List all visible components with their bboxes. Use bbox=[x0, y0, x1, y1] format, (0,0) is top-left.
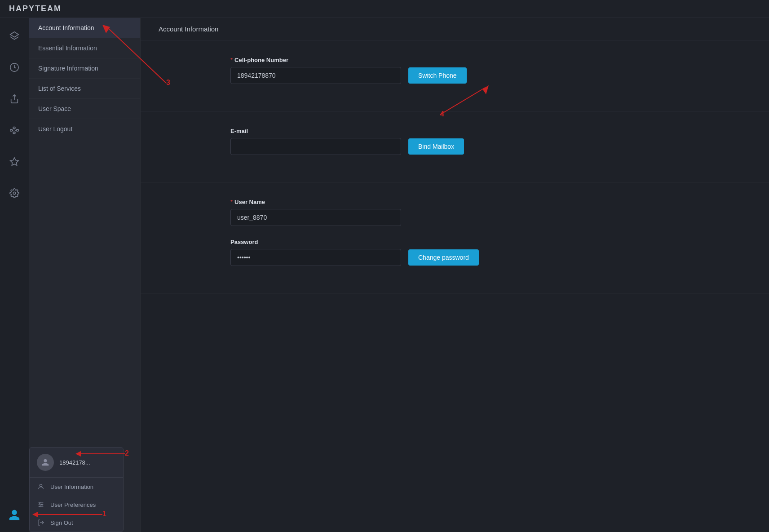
field-group-phone: * Cell-phone Number Switch Phone bbox=[230, 57, 724, 84]
content-body: * Cell-phone Number Switch Phone E-mail bbox=[141, 40, 769, 532]
user-popup: 18942178... User Information bbox=[29, 447, 124, 532]
sidebar-icon-star[interactable] bbox=[5, 153, 23, 171]
door-icon bbox=[37, 519, 45, 526]
field-group-username: * User Name bbox=[230, 199, 724, 226]
nav-item-signature-information[interactable]: Signature Information bbox=[29, 58, 140, 79]
popup-menu-user-preferences[interactable]: User Preferences bbox=[30, 496, 123, 514]
switch-phone-button[interactable]: Switch Phone bbox=[408, 67, 467, 84]
section-phone: * Cell-phone Number Switch Phone bbox=[141, 40, 769, 111]
nav-sidebar: Account Information Essential Informatio… bbox=[29, 18, 141, 532]
field-row-username bbox=[230, 209, 724, 226]
svg-rect-4 bbox=[13, 127, 15, 129]
user-phone: 18942178... bbox=[59, 459, 90, 466]
svg-rect-6 bbox=[17, 129, 19, 131]
field-row-email: Bind Mailbox bbox=[230, 138, 724, 155]
nav-item-account-information[interactable]: Account Information bbox=[29, 18, 140, 38]
field-row-phone: Switch Phone bbox=[230, 67, 724, 84]
main-layout: Account Information Essential Informatio… bbox=[0, 18, 769, 532]
field-row-password: Change password bbox=[230, 249, 724, 266]
svg-rect-3 bbox=[10, 129, 13, 131]
popup-menu-user-information[interactable]: User Information bbox=[30, 478, 123, 496]
user-popup-header: 18942178... bbox=[30, 448, 123, 478]
change-password-button[interactable]: Change password bbox=[408, 249, 479, 266]
nav-item-essential-information[interactable]: Essential Information bbox=[29, 38, 140, 58]
popup-menu-sign-out[interactable]: Sign Out bbox=[30, 514, 123, 532]
sidebar-icon-network[interactable] bbox=[5, 121, 23, 139]
svg-marker-11 bbox=[10, 158, 18, 165]
bind-mailbox-button[interactable]: Bind Mailbox bbox=[408, 138, 464, 155]
label-email: E-mail bbox=[230, 128, 724, 134]
required-marker-username: * bbox=[230, 199, 233, 205]
email-input[interactable] bbox=[230, 138, 401, 155]
icon-sidebar bbox=[0, 18, 29, 532]
label-cellphone: * Cell-phone Number bbox=[230, 57, 724, 63]
nav-item-user-logout[interactable]: User Logout bbox=[29, 119, 140, 139]
svg-point-19 bbox=[40, 506, 41, 507]
svg-point-18 bbox=[41, 504, 43, 505]
content-header: Account Information bbox=[141, 18, 769, 40]
user-avatar-button[interactable] bbox=[6, 507, 22, 523]
sidebar-icon-clock[interactable] bbox=[5, 58, 23, 76]
nav-item-list-of-services[interactable]: List of Services bbox=[29, 79, 140, 99]
sidebar-bottom bbox=[6, 507, 22, 523]
top-bar: HAPYTEAM bbox=[0, 0, 769, 18]
field-group-password: Password Change password bbox=[230, 239, 724, 266]
section-credentials: * User Name Password Change password bbox=[141, 182, 769, 293]
svg-marker-0 bbox=[10, 32, 18, 37]
label-password: Password bbox=[230, 239, 724, 245]
field-group-email: E-mail Bind Mailbox bbox=[230, 128, 724, 155]
svg-point-13 bbox=[40, 484, 42, 487]
required-marker: * bbox=[230, 57, 233, 63]
label-username: * User Name bbox=[230, 199, 724, 205]
svg-point-12 bbox=[13, 192, 16, 195]
user-avatar-circle bbox=[37, 454, 54, 471]
sidebar-icon-settings[interactable] bbox=[5, 184, 23, 202]
sliders-icon bbox=[37, 501, 45, 508]
cellphone-input[interactable] bbox=[230, 67, 401, 84]
person-icon bbox=[37, 483, 45, 490]
password-input[interactable] bbox=[230, 249, 401, 266]
main-content: Account Information * Cell-phone Number … bbox=[141, 18, 769, 532]
app-title: HAPYTEAM bbox=[9, 4, 62, 13]
username-input[interactable] bbox=[230, 209, 401, 226]
nav-item-user-space[interactable]: User Space bbox=[29, 99, 140, 119]
section-email: E-mail Bind Mailbox bbox=[141, 111, 769, 182]
sidebar-icon-share[interactable] bbox=[5, 90, 23, 108]
sidebar-icon-layers[interactable] bbox=[5, 27, 23, 45]
svg-point-17 bbox=[39, 502, 40, 504]
